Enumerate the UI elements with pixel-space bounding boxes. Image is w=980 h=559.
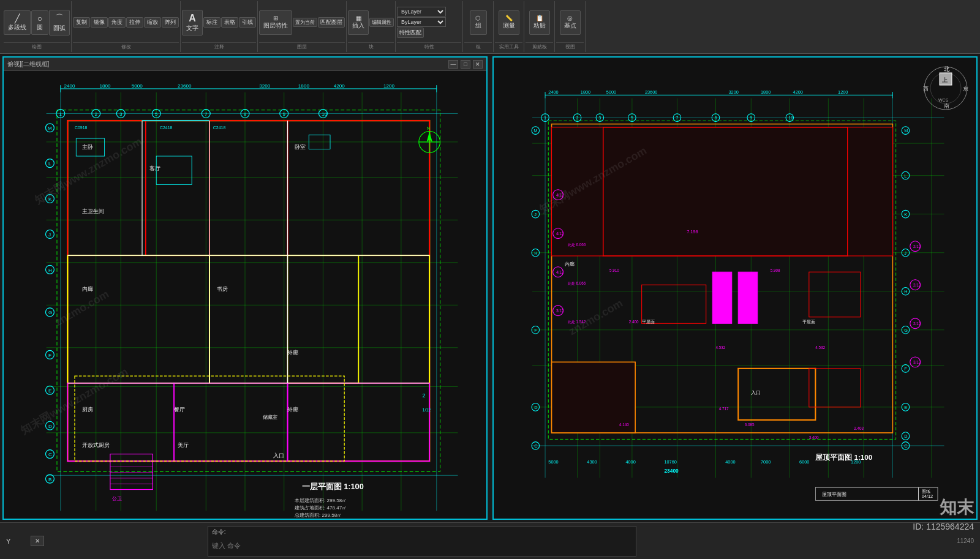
circle-btn[interactable]: ○ 圆 [31, 10, 48, 35]
svg-text:2/12: 2/12 [913, 321, 921, 326]
annotate-label: 注释 [182, 42, 256, 51]
vp-maximize-btn[interactable]: □ [461, 60, 470, 69]
svg-text:F: F [534, 328, 537, 333]
layers-section: ⊞ 图层特性 置为当前 匹配图层 图层 [258, 1, 347, 52]
svg-text:G: G [48, 310, 52, 315]
svg-rect-162 [809, 272, 861, 317]
svg-text:1800: 1800 [298, 83, 310, 89]
leader-btn[interactable]: 引线 [239, 17, 256, 28]
layer-props-btn[interactable]: ⊞ 图层特性 [259, 10, 292, 35]
svg-text:7.198: 7.198 [687, 229, 698, 234]
insert-btn[interactable]: ▦ 插入 [348, 10, 369, 35]
svg-text:4300: 4300 [587, 459, 597, 465]
svg-text:3200: 3200 [728, 89, 738, 95]
svg-text:2: 2 [94, 111, 97, 117]
svg-text:1: 1 [544, 115, 546, 121]
array-btn[interactable]: 阵列 [162, 17, 179, 28]
svg-text:F: F [48, 353, 51, 358]
svg-text:6000: 6000 [799, 459, 809, 465]
svg-text:3.400: 3.400 [809, 435, 819, 440]
command-label: 命令: [212, 528, 632, 536]
svg-text:入口: 入口 [751, 389, 761, 396]
match-props-btn[interactable]: 特性匹配 [397, 28, 424, 38]
svg-text:3: 3 [119, 111, 123, 117]
measure-btn[interactable]: 📏 测量 [499, 10, 519, 35]
text-btn[interactable]: A 文字 [182, 10, 203, 36]
svg-text:3200: 3200 [259, 83, 271, 89]
svg-text:2/12: 2/12 [913, 244, 921, 249]
util-buttons: 📏 测量 [495, 2, 522, 42]
block-buttons: ▦ 插入 编辑属性 [348, 2, 394, 42]
svg-text:3/12: 3/12 [556, 309, 564, 313]
table-btn[interactable]: 表格 [221, 17, 238, 28]
svg-text:E: E [48, 388, 52, 394]
svg-text:内廊: 内廊 [82, 286, 93, 292]
vp-minimize-btn[interactable]: — [448, 60, 458, 69]
svg-text:2.403: 2.403 [854, 426, 864, 430]
svg-text:4200: 4200 [793, 89, 803, 95]
dimension-btn[interactable]: 标注 [203, 17, 221, 28]
svg-text:一层平面图 1:100: 一层平面图 1:100 [302, 482, 364, 491]
stretch-btn[interactable]: 拉伸 [126, 17, 143, 28]
mirror-btn[interactable]: 镜像 [91, 17, 108, 28]
groups-label: 组 [464, 42, 492, 51]
svg-text:N: N [427, 126, 431, 131]
svg-text:5: 5 [155, 111, 158, 117]
svg-text:H: H [534, 250, 537, 256]
svg-rect-156 [848, 127, 893, 256]
svg-text:2400: 2400 [64, 83, 76, 89]
vp-close-btn[interactable]: ✕ [473, 60, 483, 69]
paste-btn[interactable]: 📋 粘贴 [529, 10, 550, 35]
svg-text:4000: 4000 [625, 459, 635, 465]
svg-text:4200: 4200 [334, 83, 345, 89]
angle-btn[interactable]: 角度 [108, 17, 126, 28]
close-status-btn[interactable]: ✕ [31, 536, 44, 546]
svg-text:23600: 23600 [178, 83, 192, 89]
base-point-btn[interactable]: ◎ 基点 [560, 10, 581, 35]
layer-select[interactable]: ByLayer [397, 7, 446, 17]
svg-text:4.532: 4.532 [815, 345, 825, 350]
svg-text:3: 3 [598, 115, 601, 121]
svg-text:J: J [904, 250, 907, 256]
arc-btn[interactable]: ⌒ 圆弧 [49, 10, 70, 36]
svg-text:平屋面: 平屋面 [642, 319, 655, 325]
layer-buttons: ⊞ 图层特性 置为当前 匹配图层 [259, 2, 345, 42]
svg-text:公卫: 公卫 [112, 496, 122, 501]
svg-text:K: K [48, 197, 52, 202]
svg-text:1800: 1800 [100, 83, 111, 89]
left-viewport-controls: — □ ✕ [448, 60, 483, 69]
svg-text:C2418: C2418 [160, 126, 173, 130]
svg-text:6.085: 6.085 [745, 422, 755, 427]
coord-y-label: Y [6, 538, 24, 545]
copy-btn[interactable]: 复制 [73, 17, 90, 28]
svg-text:8: 8 [244, 111, 247, 117]
status-indicators: 11240 [957, 538, 974, 544]
svg-text:1800: 1800 [581, 89, 590, 95]
edit-attr-btn[interactable]: 编辑属性 [369, 18, 394, 27]
properties-section: ByLayer ByLayer 特性匹配 特性 [396, 1, 463, 52]
svg-text:2: 2 [423, 392, 426, 399]
scale-btn[interactable]: 缩放 [144, 17, 161, 28]
utilities-section: 📏 测量 实用工具 [494, 1, 524, 52]
multiline-btn[interactable]: ╱ 多段线 [4, 10, 31, 35]
svg-text:8: 8 [714, 115, 717, 121]
svg-text:1: 1 [59, 111, 62, 117]
svg-rect-160 [738, 369, 815, 420]
left-viewport: 俯视][二维线框] — □ ✕ 知末网www.znzmo.com znzmo.c… [2, 56, 488, 520]
statusbar: Y ✕ 命令: 11240 [0, 522, 980, 559]
match-layer2-btn[interactable]: 匹配图层 [318, 17, 345, 28]
svg-text:4.532: 4.532 [715, 345, 725, 350]
svg-text:屋顶平面图 1:100: 屋顶平面图 1:100 [815, 454, 872, 461]
svg-text:2/12: 2/12 [913, 283, 921, 287]
command-input[interactable] [212, 536, 632, 555]
linetype-select[interactable]: ByLayer [397, 17, 446, 27]
group-btn[interactable]: ⬡ 组 [470, 10, 487, 35]
clipboard-label: 剪贴板 [526, 42, 553, 51]
match-layer-btn[interactable]: 置为当前 [293, 18, 317, 27]
svg-text:10: 10 [322, 111, 328, 117]
svg-text:建筑占地面积: 478.47㎡: 建筑占地面积: 478.47㎡ [294, 505, 347, 511]
brand-id: ID: 1125964224 [913, 522, 974, 531]
svg-text:E: E [904, 405, 907, 410]
svg-text:B: B [48, 477, 51, 482]
svg-rect-154 [603, 127, 848, 256]
